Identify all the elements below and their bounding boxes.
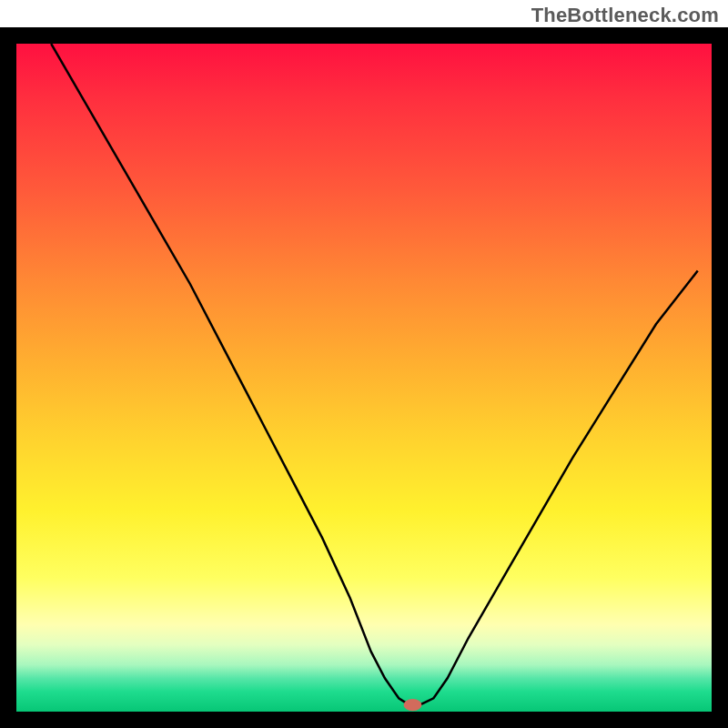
watermark-text: TheBottleneck.com — [531, 4, 719, 27]
chart-container: TheBottleneck.com — [0, 0, 728, 728]
plot-area — [16, 44, 712, 712]
plot-frame — [0, 27, 728, 728]
minimum-marker — [404, 699, 422, 711]
bottleneck-curve — [51, 44, 698, 705]
curve-svg — [16, 44, 712, 712]
